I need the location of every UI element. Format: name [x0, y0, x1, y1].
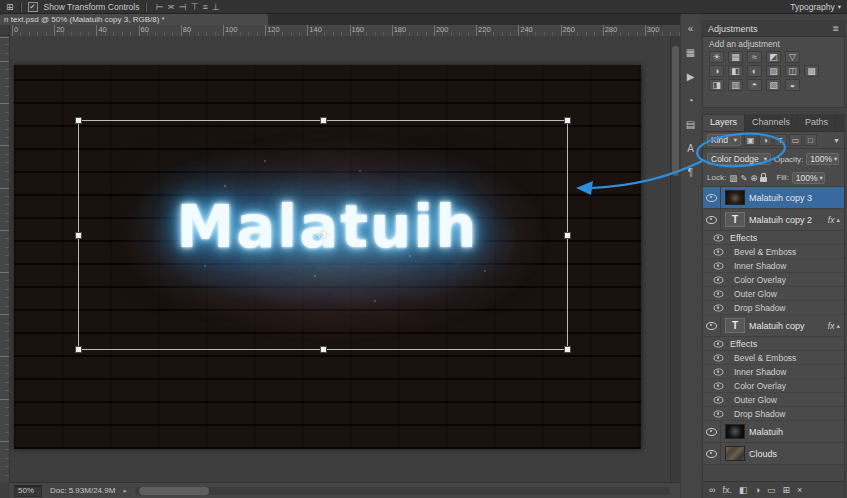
transform-handle-top-left[interactable] — [75, 117, 82, 124]
eye-icon[interactable] — [714, 354, 724, 361]
transform-handle-bottom-right[interactable] — [564, 346, 571, 353]
eye-icon[interactable] — [714, 368, 724, 375]
type-layer-icon[interactable]: T — [725, 212, 745, 227]
eye-icon[interactable] — [714, 410, 724, 417]
effect-name[interactable]: Inner Shadow — [734, 261, 786, 271]
align-horizontal-centers-icon[interactable]: ≍ — [165, 2, 177, 12]
eye-icon[interactable] — [714, 262, 724, 269]
layer-name[interactable]: Malatuih — [749, 427, 844, 437]
transform-handle-middle-right[interactable] — [564, 232, 571, 239]
align-bottom-edges-icon[interactable]: ⊥ — [210, 2, 222, 12]
new-adjustment-layer-icon[interactable]: ◑ — [754, 485, 759, 495]
effect-name[interactable]: Drop Shadow — [734, 303, 786, 313]
layer-row-malatuih-copy-3[interactable]: Malatuih copy 3 — [703, 187, 844, 209]
new-layer-icon[interactable]: ⊞ — [782, 485, 790, 495]
effect-name[interactable]: Inner Shadow — [734, 367, 786, 377]
actions-panel-icon[interactable]: ▶ — [687, 72, 695, 82]
eye-icon[interactable] — [714, 304, 724, 311]
status-arrow-icon[interactable]: ▸ — [123, 487, 127, 495]
effects-header-row[interactable]: Effects — [703, 337, 844, 351]
tab-channels[interactable]: Channels — [745, 115, 798, 131]
effect-row[interactable]: Bevel & Emboss — [703, 351, 844, 365]
visibility-toggle[interactable] — [703, 209, 721, 230]
effect-name[interactable]: Color Overlay — [734, 275, 786, 285]
effect-name[interactable]: Outer Glow — [734, 289, 777, 299]
move-tool-icon[interactable]: ⊞ — [6, 2, 14, 12]
panel-menu-icon[interactable]: ≣ — [832, 24, 839, 33]
vibrance-icon[interactable]: ▽ — [785, 51, 800, 63]
layer-name[interactable]: Malatuih copy 2 — [749, 215, 826, 225]
curves-icon[interactable]: ≈ — [747, 51, 762, 63]
info-panel-icon[interactable]: ▤ — [686, 120, 695, 130]
collapse-effects-icon[interactable]: ▴ — [836, 322, 840, 330]
layer-name[interactable]: Malatuih copy — [749, 321, 826, 331]
collapse-panels-icon[interactable]: « — [688, 24, 694, 34]
exposure-icon[interactable]: ◩ — [766, 51, 781, 63]
canvas[interactable]: Malatuih — [14, 65, 641, 449]
visibility-toggle[interactable] — [703, 315, 721, 336]
lock-all-icon[interactable] — [760, 177, 767, 182]
filter-pixel-layers-icon[interactable]: ▣ — [744, 134, 757, 146]
fill-select[interactable]: 100% ▾ — [792, 172, 825, 184]
show-transform-controls-checkbox[interactable]: ✓ — [28, 2, 38, 12]
horizontal-scrollbar-thumb[interactable] — [139, 487, 209, 495]
eye-icon[interactable] — [714, 290, 724, 297]
transform-handle-bottom-left[interactable] — [75, 346, 82, 353]
align-right-edges-icon[interactable]: ⊣ — [177, 2, 189, 12]
align-top-edges-icon[interactable]: ⊤ — [189, 2, 201, 12]
levels-icon[interactable]: ▦ — [728, 51, 743, 63]
layer-thumbnail[interactable] — [725, 446, 745, 461]
effect-row[interactable]: Inner Shadow — [703, 259, 844, 273]
swatches-panel-icon[interactable]: ▦ — [686, 48, 695, 58]
effect-row[interactable]: Inner Shadow — [703, 365, 844, 379]
color-lookup-icon[interactable]: ▩ — [804, 65, 819, 77]
layer-row-malatuih-copy[interactable]: T Malatuih copy fx ▴ — [703, 315, 844, 337]
align-left-edges-icon[interactable]: ⊢ — [153, 2, 165, 12]
layer-row-malatuih[interactable]: Malatuih — [703, 421, 844, 443]
paragraph-panel-icon[interactable]: ¶ — [688, 168, 693, 178]
vertical-scrollbar[interactable] — [670, 36, 680, 482]
type-layer-icon[interactable]: T — [725, 318, 745, 333]
brightness-contrast-icon[interactable]: ☀ — [709, 51, 724, 63]
black-white-icon[interactable]: ◐ — [747, 65, 762, 77]
filter-type-layers-icon[interactable]: T — [774, 134, 787, 146]
layer-filtering-toggle-icon[interactable]: ▼ — [833, 137, 840, 144]
eye-icon[interactable] — [714, 396, 724, 403]
layer-thumbnail[interactable] — [725, 190, 745, 205]
transform-handle-top-middle[interactable] — [320, 117, 327, 124]
tab-layers[interactable]: Layers — [703, 115, 745, 131]
vertical-scrollbar-thumb[interactable] — [672, 46, 679, 176]
layer-style-icon[interactable]: fx. — [722, 485, 732, 495]
effect-row[interactable]: Color Overlay — [703, 273, 844, 287]
visibility-toggle[interactable] — [703, 421, 721, 442]
layer-name[interactable]: Clouds — [749, 449, 844, 459]
posterize-icon[interactable]: ▥ — [728, 79, 743, 91]
photo-filter-icon[interactable]: ▨ — [766, 65, 781, 77]
horizontal-scrollbar[interactable] — [135, 487, 670, 495]
eye-icon[interactable] — [714, 382, 724, 389]
lock-position-icon[interactable]: ⊕ — [750, 173, 757, 183]
workspace-switcher[interactable]: Typography ▾ — [790, 2, 841, 12]
history-panel-icon[interactable]: ◔ — [687, 96, 693, 106]
effect-row[interactable]: Outer Glow — [703, 393, 844, 407]
transform-bounding-box[interactable] — [78, 120, 568, 350]
zoom-level-field[interactable]: 50% — [14, 485, 42, 497]
align-vertical-centers-icon[interactable]: ≡ — [201, 2, 210, 12]
effect-row[interactable]: Drop Shadow — [703, 407, 844, 421]
vertical-ruler[interactable] — [0, 36, 10, 482]
effect-row[interactable]: Color Overlay — [703, 379, 844, 393]
opacity-select[interactable]: 100% ▾ — [806, 153, 839, 165]
effect-name[interactable]: Drop Shadow — [734, 409, 786, 419]
eye-icon[interactable] — [714, 248, 724, 255]
channel-mixer-icon[interactable]: ◫ — [785, 65, 800, 77]
layer-row-clouds[interactable]: Clouds — [703, 443, 844, 465]
effect-name[interactable]: Bevel & Emboss — [734, 247, 796, 257]
visibility-toggle[interactable] — [703, 187, 721, 208]
collapse-effects-icon[interactable]: ▴ — [836, 216, 840, 224]
transform-handle-middle-left[interactable] — [75, 232, 82, 239]
layer-name[interactable]: Malatuih copy 3 — [749, 193, 844, 203]
tab-paths[interactable]: Paths — [798, 115, 836, 131]
invert-icon[interactable]: ◨ — [709, 79, 724, 91]
effect-row[interactable]: Outer Glow — [703, 287, 844, 301]
color-balance-icon[interactable]: ◧ — [728, 65, 743, 77]
